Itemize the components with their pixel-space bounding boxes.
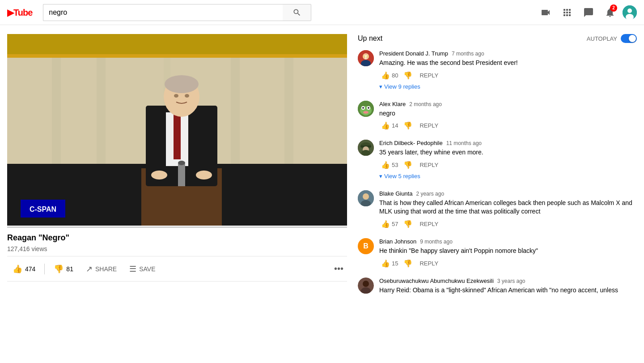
comment-like-count: 14 (392, 122, 398, 129)
dislike-count: 81 (66, 265, 73, 273)
svg-point-23 (178, 161, 185, 165)
ose-avatar-img (358, 278, 374, 294)
comment-like-button[interactable]: 👍 14 (379, 120, 400, 131)
comment-author: Oseburuwachukwu Abumchukwu Ezekwesili (379, 278, 494, 284)
comment-item: Oseburuwachukwu Abumchukwu Ezekwesili 3 … (358, 278, 637, 298)
comment-author: Erich Dilbeck- Pedophile (379, 140, 443, 146)
comment-author: Alex Klare (379, 101, 406, 107)
message-button[interactable] (580, 4, 597, 21)
comment-body: Brian Johnson 9 months ago He thinkin "B… (379, 238, 637, 269)
comment-avatar: B (358, 238, 374, 254)
comment-like-button[interactable]: 👍 57 (379, 219, 400, 229)
comment-like-button[interactable]: 👍 53 (379, 160, 400, 170)
comment-like-count: 80 (392, 72, 398, 79)
view-replies-label: View 9 replies (384, 83, 420, 90)
comment-body: Blake Giunta 2 years ago That is how the… (379, 190, 637, 229)
reply-button[interactable]: REPLY (418, 161, 440, 169)
comments-section: T President Donald J. Trump 7 months ago… (358, 50, 637, 297)
notification-wrapper: 2 (601, 4, 619, 21)
header: ▶Tube (0, 0, 644, 25)
comment-dislike-button[interactable]: 👎 (402, 219, 414, 229)
upload-button[interactable] (537, 4, 555, 21)
svg-point-46 (363, 193, 369, 200)
search-input[interactable] (43, 4, 283, 21)
svg-text:T: T (364, 55, 367, 60)
thumbs-down-icon: 👎 (403, 220, 412, 228)
chevron-down-icon: ▾ (379, 173, 382, 179)
reply-button[interactable]: REPLY (418, 220, 440, 228)
reply-button[interactable]: REPLY (418, 121, 440, 130)
video-player[interactable]: C-SPAN (7, 34, 347, 226)
logo-text: ▶Tube (7, 7, 32, 18)
share-icon: ↗ (86, 264, 93, 274)
comment-item: Erich Dilbeck- Pedophile 11 months ago 3… (358, 140, 637, 181)
more-options-button[interactable]: ••• (330, 260, 347, 278)
thumbs-down-icon: 👎 (403, 71, 412, 80)
thumbs-up-icon: 👍 (381, 121, 390, 130)
autoplay-area: AUTOPLAY (587, 34, 637, 43)
comment-author: Brian Johnson (379, 238, 416, 245)
comment-actions: 👍 57 👎 REPLY (379, 219, 637, 229)
apps-button[interactable] (558, 4, 576, 21)
comment-dislike-button[interactable]: 👎 (402, 120, 414, 131)
comment-dislike-button[interactable]: 👎 (402, 160, 414, 170)
comment-like-button[interactable]: 👍 80 (379, 70, 400, 81)
like-button[interactable]: 👍 474 (7, 261, 41, 278)
share-button[interactable]: ↗ SHARE (80, 261, 122, 278)
comment-item: Alex Klare 2 months ago negro 👍 14 👎 REP… (358, 101, 637, 131)
video-section: C-SPAN Reagan "Negro" 127,416 views 👍 47… (7, 34, 347, 306)
comment-time: 7 months ago (452, 51, 484, 57)
comment-header: Oseburuwachukwu Abumchukwu Ezekwesili 3 … (379, 278, 637, 284)
blake-avatar-img (358, 190, 374, 206)
logo-area: ▶Tube (7, 7, 32, 18)
comment-header: Brian Johnson 9 months ago (379, 238, 637, 245)
search-button[interactable] (283, 4, 311, 21)
comment-text: He thinkin "Be happy slavery ain't Poppi… (379, 247, 637, 256)
svg-point-20 (174, 94, 178, 98)
comment-dislike-button[interactable]: 👎 (402, 70, 414, 81)
thumbs-up-icon: 👍 (381, 259, 390, 268)
comment-header: Blake Giunta 2 years ago (379, 190, 637, 197)
svg-point-37 (362, 107, 364, 109)
view-replies-button[interactable]: ▾ View 5 replies (379, 171, 420, 181)
header-right: 2 (537, 4, 637, 21)
svg-point-19 (165, 75, 199, 93)
comment-like-count: 57 (392, 221, 398, 227)
comment-like-count: 53 (392, 162, 398, 168)
comment-actions: 👍 14 👎 REPLY (379, 120, 637, 131)
autoplay-label: AUTOPLAY (587, 35, 617, 42)
thumbs-down-icon: 👎 (403, 259, 412, 268)
like-dislike-separator (44, 264, 45, 274)
comment-item: B Brian Johnson 9 months ago He thinkin … (358, 238, 637, 269)
user-avatar[interactable] (623, 5, 637, 20)
view-replies-label: View 5 replies (384, 173, 420, 179)
comment-actions: 👍 80 👎 REPLY (379, 70, 637, 81)
save-button[interactable]: ☰ SAVE (124, 261, 161, 278)
comment-header: President Donald J. Trump 7 months ago (379, 50, 637, 57)
thumbs-up-icon: 👍 (381, 161, 390, 169)
comment-body: Alex Klare 2 months ago negro 👍 14 👎 REP… (379, 101, 637, 131)
comment-like-button[interactable]: 👍 15 (379, 258, 400, 269)
comment-time: 3 years ago (497, 278, 525, 284)
comment-text: 35 years later, they whine even more. (379, 148, 637, 157)
reply-button[interactable]: REPLY (418, 71, 440, 80)
svg-text:C-SPAN: C-SPAN (30, 205, 56, 213)
thumbs-up-icon: 👍 (381, 220, 390, 228)
progress-bar[interactable] (7, 226, 347, 228)
comment-dislike-button[interactable]: 👎 (402, 258, 414, 269)
comment-avatar (358, 101, 374, 117)
dislike-button[interactable]: 👎 81 (48, 261, 79, 278)
more-icon: ••• (334, 264, 343, 273)
comment-avatar (358, 190, 374, 206)
view-replies-button[interactable]: ▾ View 9 replies (379, 81, 420, 92)
comment-text: negro (379, 109, 637, 118)
autoplay-toggle[interactable] (621, 34, 637, 43)
military-avatar-img (358, 140, 374, 156)
svg-rect-22 (178, 164, 185, 186)
svg-point-21 (185, 94, 189, 98)
comment-actions: 👍 15 👎 REPLY (379, 258, 637, 269)
reply-button[interactable]: REPLY (418, 259, 440, 268)
avatar-icon (623, 5, 637, 20)
comment-time: 2 years ago (416, 191, 444, 197)
comment-header: Alex Klare 2 months ago (379, 101, 637, 107)
